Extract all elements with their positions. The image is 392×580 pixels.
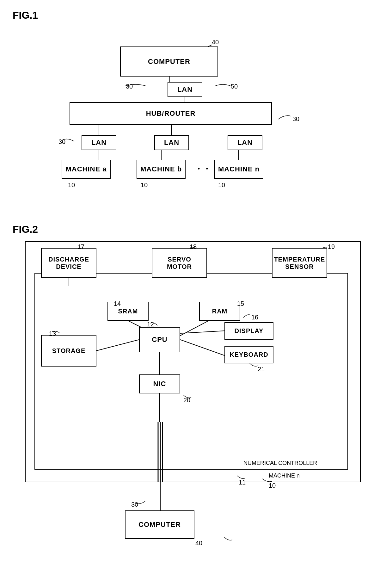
num-21: 21	[258, 366, 265, 373]
num-20: 20	[183, 397, 190, 404]
fig1-machine-a-box: MACHINE a	[62, 160, 111, 179]
numerical-controller-label: NUMERICAL CONTROLLER	[243, 460, 317, 466]
fig2-nic-box: NIC	[139, 374, 180, 393]
num-10-b: 10	[141, 182, 148, 189]
num-10-a: 10	[68, 182, 75, 189]
fig2-nic-label: NIC	[153, 380, 166, 388]
fig2-discharge-box: DISCHARGE DEVICE	[41, 248, 96, 278]
fig2-servo-label: SERVO MOTOR	[167, 256, 192, 270]
num-30-hub: 30	[292, 115, 299, 123]
fig2-ram-label: RAM	[212, 308, 228, 315]
fig2-cpu-label: CPU	[152, 336, 167, 344]
fig2-storage-label: STORAGE	[52, 347, 86, 355]
fig1-computer-label: COMPUTER	[148, 58, 190, 66]
fig1-label: FIG.1	[13, 9, 379, 21]
fig1-lan-left-label: LAN	[91, 139, 107, 147]
fig1-lan-mid-box: LAN	[154, 135, 189, 150]
fig2-section: FIG.2	[13, 224, 379, 552]
num-10-fig2: 10	[269, 482, 276, 489]
fig1-machine-n-label: MACHINE n	[218, 165, 260, 173]
num-17: 17	[77, 243, 84, 250]
fig2-keyboard-box: KEYBOARD	[224, 346, 273, 363]
fig2-display-label: DISPLAY	[235, 327, 264, 335]
fig1-lan-mid-label: LAN	[164, 139, 179, 147]
num-16: 16	[251, 314, 258, 321]
fig1-machine-b-box: MACHINE b	[137, 160, 186, 179]
fig2-discharge-label: DISCHARGE DEVICE	[48, 256, 89, 270]
fig2-computer-box: COMPUTER	[125, 510, 194, 539]
fig2-tempsensor-box: TEMPERATURE SENSOR	[272, 248, 327, 278]
num-13: 13	[49, 330, 56, 337]
num-30-top: 30	[126, 83, 133, 90]
fig1-lan-right-label: LAN	[237, 139, 253, 147]
fig2-tempsensor-label: TEMPERATURE SENSOR	[274, 256, 325, 270]
fig2-storage-box: STORAGE	[41, 335, 96, 367]
num-12: 12	[147, 321, 154, 328]
fig2-svg	[22, 242, 370, 552]
machine-n-label: MACHINE n	[269, 472, 300, 479]
fig2-diagram: DISCHARGE DEVICE SERVO MOTOR TEMPERATURE…	[22, 242, 370, 552]
fig2-label: FIG.2	[13, 224, 379, 235]
fig1-hub-box: HUB/ROUTER	[70, 102, 272, 125]
num-10-n: 10	[218, 182, 225, 189]
num-18: 18	[190, 243, 197, 250]
num-40-fig2: 40	[195, 540, 202, 547]
fig2-computer-label: COMPUTER	[138, 521, 181, 529]
fig2-display-box: DISPLAY	[224, 322, 273, 340]
fig1-machine-n-box: MACHINE n	[214, 160, 263, 179]
fig2-ram-box: RAM	[199, 302, 240, 321]
num-30-fig2: 30	[131, 501, 138, 508]
num-30-left: 30	[58, 138, 65, 145]
num-14: 14	[114, 300, 121, 307]
fig1-lan-top-box: LAN	[168, 82, 202, 97]
num-11: 11	[239, 479, 246, 486]
svg-rect-9	[35, 273, 348, 469]
num-15: 15	[237, 300, 244, 307]
fig1-lan-right-box: LAN	[228, 135, 262, 150]
fig1-lan-left-box: LAN	[82, 135, 116, 150]
svg-line-15	[96, 340, 139, 351]
fig2-sram-label: SRAM	[118, 308, 138, 315]
fig2-cpu-box: CPU	[139, 327, 180, 352]
fig1-machine-a-label: MACHINE a	[65, 165, 107, 173]
fig1-machine-b-label: MACHINE b	[140, 165, 182, 173]
svg-line-14	[179, 321, 209, 336]
num-19: 19	[328, 243, 335, 250]
fig1-hub-label: HUB/ROUTER	[146, 109, 196, 118]
fig2-keyboard-label: KEYBOARD	[230, 351, 268, 358]
fig1-computer-box: COMPUTER	[120, 46, 218, 77]
svg-line-17	[180, 340, 224, 355]
fig2-servo-box: SERVO MOTOR	[152, 248, 207, 278]
page: FIG.1 40	[0, 0, 392, 580]
num-50: 50	[231, 83, 238, 90]
fig1-lan-top-label: LAN	[177, 85, 193, 94]
fig1-diagram: 40	[13, 28, 379, 205]
